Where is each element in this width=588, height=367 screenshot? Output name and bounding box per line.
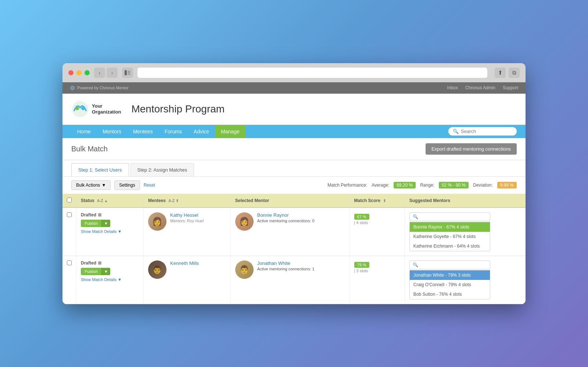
row2-status-label: Drafted bbox=[81, 260, 96, 266]
row1-slots: | 4 slots bbox=[354, 220, 400, 225]
row2-mentor-info: 👨 Jonathan White Active mentoring connec… bbox=[235, 260, 345, 279]
nav-manage[interactable]: Manage bbox=[215, 125, 245, 138]
row1-score-cell: 67 % | 4 slots bbox=[349, 208, 405, 256]
browser-chrome: ‹ › ⬆ ⧉ bbox=[62, 63, 526, 82]
th-match-score: Match Score ⬆ bbox=[349, 194, 405, 208]
svg-point-6 bbox=[81, 107, 85, 110]
row1-mentor-details: Bonnie Raynor Active mentoring connectio… bbox=[257, 212, 315, 223]
row1-mentor-face: 👩 bbox=[235, 212, 254, 231]
page-title: Bulk Match bbox=[71, 145, 108, 153]
nav-advice[interactable]: Advice bbox=[188, 125, 215, 138]
row2-status: Drafted ▦ bbox=[81, 260, 139, 266]
row2-suggest-item-2[interactable]: Craig O'Connell - 79% 4 slots bbox=[410, 280, 490, 289]
forward-button[interactable]: › bbox=[107, 68, 118, 78]
deviation-badge: 9.99 % bbox=[497, 182, 517, 188]
row2-mentee-name[interactable]: Kenneth Mills bbox=[170, 260, 199, 266]
reset-link[interactable]: Reset bbox=[144, 183, 155, 188]
row1-publish-arrow[interactable]: ▼ bbox=[101, 220, 110, 227]
th-status-sort-icon[interactable]: A-Z ▲ bbox=[97, 199, 108, 203]
row2-suggest-input[interactable] bbox=[420, 262, 478, 267]
average-badge: 69.20 % bbox=[394, 182, 416, 188]
search-icon: 🔍 bbox=[453, 129, 459, 134]
row2-status-icon: ▦ bbox=[98, 260, 101, 265]
row1-suggest-item-2[interactable]: Katherine Goyette - 67% 4 slots bbox=[410, 232, 490, 241]
row2-publish-button[interactable]: Publish bbox=[81, 268, 101, 275]
row2-mentee-avatar: 👨 bbox=[148, 260, 166, 279]
svg-rect-1 bbox=[128, 71, 130, 72]
row2-publish-group: Publish ▼ bbox=[81, 268, 110, 275]
table-row: Drafted ▦ Publish ▼ Show Match Details ▼ bbox=[62, 208, 526, 256]
support-link[interactable]: Support bbox=[503, 85, 518, 90]
row2-suggest-item-1[interactable]: Jonathan White - 79% 3 slots bbox=[410, 270, 490, 280]
tabs-area: Step 1: Select Users Step 2: Assign Matc… bbox=[62, 160, 526, 177]
svg-rect-3 bbox=[128, 74, 130, 75]
tabs-button[interactable]: ⧉ bbox=[509, 68, 520, 78]
th-select-all bbox=[62, 194, 76, 208]
row1-suggest-item-1[interactable]: Bonnie Raynor - 67% 4 slots bbox=[410, 222, 490, 232]
range-label: Range: bbox=[420, 183, 434, 188]
url-bar[interactable] bbox=[137, 68, 487, 78]
row2-checkbox[interactable] bbox=[67, 260, 72, 265]
maximize-button[interactable] bbox=[85, 70, 90, 75]
select-all-checkbox[interactable] bbox=[67, 198, 72, 202]
th-mentees-sort-icon[interactable]: A-Z ⬆ bbox=[168, 199, 178, 203]
sidebar-toggle-button[interactable] bbox=[122, 68, 133, 78]
row1-show-details[interactable]: Show Match Details ▼ bbox=[81, 229, 139, 234]
back-button[interactable]: ‹ bbox=[94, 68, 105, 78]
powered-by-label: Powered by Chronus Mentor bbox=[77, 86, 129, 90]
share-button[interactable]: ⬆ bbox=[495, 68, 506, 78]
row2-suggest-item-3[interactable]: Bob Sutton - 76% 4 slots bbox=[410, 289, 490, 299]
row2-score-badge: 79 % bbox=[354, 262, 369, 268]
row2-show-details[interactable]: Show Match Details ▼ bbox=[81, 277, 139, 282]
org-name: YourOrganization bbox=[92, 103, 121, 115]
row1-suggest-search: 🔍 bbox=[409, 212, 490, 221]
chronus-admin-link[interactable]: Chronus Admin bbox=[465, 85, 495, 90]
bulk-actions-button[interactable]: Bulk Actions ▼ bbox=[71, 180, 111, 190]
nav-forums[interactable]: Forums bbox=[159, 125, 188, 138]
row1-checkbox-cell bbox=[62, 208, 76, 256]
th-mentees-label: Mentees bbox=[148, 198, 166, 203]
row2-publish-arrow[interactable]: ▼ bbox=[101, 268, 110, 275]
row1-mentee-name[interactable]: Kathy Hessel bbox=[170, 212, 204, 218]
row1-mentor-info: 👩 Bonnie Raynor Active mentoring connect… bbox=[235, 212, 345, 231]
row2-mentee-face: 👨 bbox=[148, 260, 166, 279]
average-label: Average: bbox=[372, 183, 389, 188]
app-frame: ⚙ Powered by Chronus Mentor Inbox Chronu… bbox=[62, 82, 526, 304]
nav-mentees[interactable]: Mentees bbox=[127, 125, 159, 138]
browser-actions: ⬆ ⧉ bbox=[495, 68, 520, 78]
row1-mentee-cell: 👩 Kathy Hessel Mentors: Roy Huel bbox=[143, 208, 230, 256]
row2-checkbox-cell bbox=[62, 256, 76, 304]
row1-mentor-cell: 👩 Bonnie Raynor Active mentoring connect… bbox=[230, 208, 349, 256]
row1-suggest-item-3[interactable]: Katherine Eichmann - 64% 4 slots bbox=[410, 241, 490, 251]
bulk-actions-label: Bulk Actions bbox=[76, 183, 100, 188]
table-header-row: Status A-Z ▲ Mentees A-Z ⬆ Selected Ment… bbox=[62, 194, 526, 208]
row1-mentee-avatar: 👩 bbox=[148, 212, 166, 231]
nav-home[interactable]: Home bbox=[71, 125, 97, 138]
row1-publish-button[interactable]: Publish bbox=[81, 220, 101, 227]
row1-suggested-cell: 🔍 Bonnie Raynor - 67% 4 slots Katherine … bbox=[405, 208, 526, 256]
top-bar: ⚙ Powered by Chronus Mentor Inbox Chronu… bbox=[62, 82, 526, 94]
search-input[interactable] bbox=[461, 129, 512, 134]
deviation-label: Deviation: bbox=[473, 183, 492, 188]
row2-suggested-cell: 🔍 Jonathan White - 79% 3 slots Craig O'C… bbox=[405, 256, 526, 304]
row2-mentor-name[interactable]: Jonathan White bbox=[257, 260, 315, 266]
row1-status-label: Drafted bbox=[81, 212, 96, 217]
tab-assign-matches[interactable]: Step 2: Assign Matches bbox=[130, 163, 194, 176]
row2-score-cell: 79 % | 3 slots bbox=[349, 256, 405, 304]
row2-mentee-info: 👨 Kenneth Mills bbox=[148, 260, 226, 279]
inbox-link[interactable]: Inbox bbox=[447, 85, 458, 90]
th-match-sort-icon[interactable]: ⬆ bbox=[383, 199, 386, 203]
nav-mentors[interactable]: Mentors bbox=[97, 125, 127, 138]
row1-mentee-details: Kathy Hessel Mentors: Roy Huel bbox=[170, 212, 204, 223]
export-button[interactable]: Export drafted mentoring connections bbox=[426, 143, 517, 155]
svg-point-5 bbox=[75, 107, 79, 110]
org-logo: YourOrganization bbox=[71, 100, 121, 118]
settings-button[interactable]: Settings bbox=[114, 180, 140, 190]
tab-select-users[interactable]: Step 1: Select Users bbox=[71, 163, 129, 176]
minimize-button[interactable] bbox=[76, 70, 82, 75]
row1-mentor-name[interactable]: Bonnie Raynor bbox=[257, 212, 315, 218]
close-button[interactable] bbox=[68, 70, 74, 75]
row1-suggest-input[interactable] bbox=[420, 214, 478, 219]
row2-mentor-cell: 👨 Jonathan White Active mentoring connec… bbox=[230, 256, 349, 304]
row1-checkbox[interactable] bbox=[67, 212, 72, 217]
